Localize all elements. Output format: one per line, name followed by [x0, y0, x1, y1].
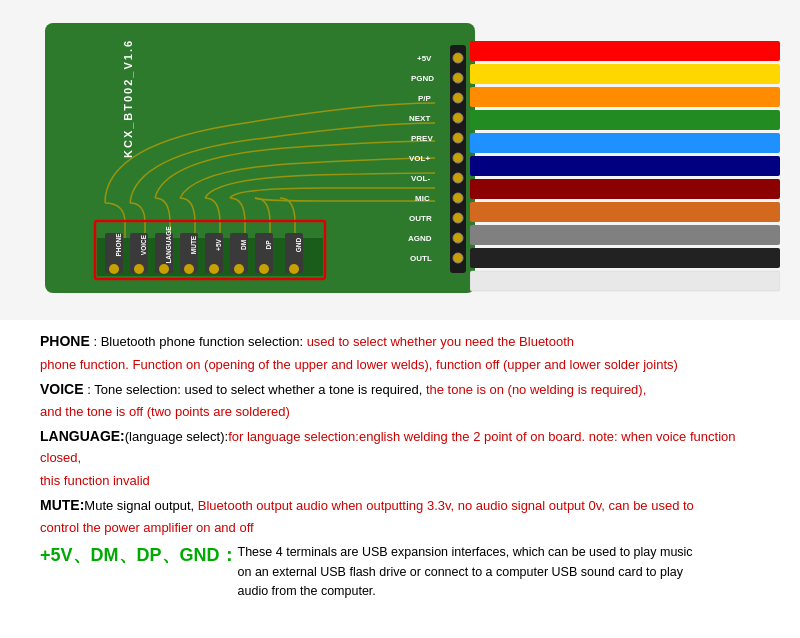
voice-text3: and the tone is off (two points are sold… [40, 404, 290, 419]
svg-rect-52 [470, 64, 780, 84]
svg-rect-53 [470, 87, 780, 107]
svg-point-42 [289, 264, 299, 274]
svg-text:PREV: PREV [411, 134, 433, 143]
svg-text:PGND: PGND [411, 74, 434, 83]
svg-point-4 [453, 73, 463, 83]
pcb-board-svg: KCX_BT002_V1.6 [45, 23, 495, 303]
language-text3: this function invalid [40, 473, 150, 488]
phone-text2: used to select whether you need the Blue… [307, 334, 574, 349]
svg-point-13 [453, 253, 463, 263]
voice-label: VOICE [40, 381, 84, 397]
usb-text2: on an external USB flash drive or connec… [238, 565, 683, 579]
svg-text:DM: DM [240, 239, 247, 249]
svg-rect-51 [470, 41, 780, 61]
svg-rect-54 [470, 110, 780, 130]
phone-label: PHONE [40, 333, 90, 349]
pcb-wrapper: KCX_BT002_V1.6 [20, 13, 780, 308]
svg-text:NEXT: NEXT [409, 114, 430, 123]
svg-text:MIC: MIC [415, 194, 430, 203]
main-container: KCX_BT002_V1.6 [0, 0, 800, 638]
pcb-section: KCX_BT002_V1.6 [0, 0, 800, 320]
svg-text:+5V: +5V [215, 238, 222, 250]
usb-text3: audio from the computer. [238, 584, 376, 598]
phone-description: PHONE : Bluetooth phone function selecti… [40, 330, 760, 353]
language-description-2: this function invalid [40, 471, 760, 492]
svg-text:VOL+: VOL+ [409, 154, 430, 163]
svg-rect-59 [470, 225, 780, 245]
svg-point-3 [453, 53, 463, 63]
mute-description-2: control the power amplifier on and off [40, 518, 760, 539]
svg-text:AGND: AGND [408, 234, 432, 243]
mute-text1: Mute signal output, [84, 498, 197, 513]
phone-description-2: phone function. Function on (opening of … [40, 355, 760, 376]
svg-point-5 [453, 93, 463, 103]
voice-description-2: and the tone is off (two points are sold… [40, 402, 760, 423]
svg-point-11 [453, 213, 463, 223]
svg-text:OUTR: OUTR [409, 214, 432, 223]
svg-text:MUTE: MUTE [190, 235, 197, 254]
mute-description: MUTE:Mute signal output, Bluetooth outpu… [40, 494, 760, 517]
wires-svg [470, 23, 780, 293]
language-description: LANGUAGE:(language select):for language … [40, 425, 760, 469]
mute-text3: control the power amplifier on and off [40, 520, 254, 535]
svg-point-7 [453, 133, 463, 143]
voice-description: VOICE : Tone selection: used to select w… [40, 378, 760, 401]
svg-text:LANGUAGE: LANGUAGE [165, 225, 172, 263]
usb-text1: These 4 terminals are USB expansion inte… [238, 545, 693, 559]
svg-point-9 [453, 173, 463, 183]
mute-text2: Bluetooth output audio when outputting 3… [198, 498, 694, 513]
svg-text:VOICE: VOICE [140, 234, 147, 255]
language-text1: (language select): [125, 429, 228, 444]
svg-text:P/P: P/P [418, 94, 432, 103]
svg-rect-57 [470, 179, 780, 199]
svg-point-8 [453, 153, 463, 163]
svg-rect-55 [470, 133, 780, 153]
svg-point-10 [453, 193, 463, 203]
phone-text1: Bluetooth phone function selection: [101, 334, 307, 349]
svg-point-12 [453, 233, 463, 243]
language-label: LANGUAGE: [40, 428, 125, 444]
svg-rect-58 [470, 202, 780, 222]
voice-colon: : [84, 382, 95, 397]
svg-text:VOL-: VOL- [411, 174, 430, 183]
svg-text:KCX_BT002_V1.6: KCX_BT002_V1.6 [122, 38, 134, 157]
svg-text:PHONE: PHONE [115, 232, 122, 256]
svg-point-37 [159, 264, 169, 274]
svg-text:GND: GND [295, 237, 302, 252]
voice-text1: Tone selection: used to select whether a… [94, 382, 426, 397]
svg-point-40 [234, 264, 244, 274]
usb-label: +5V、DM、DP、GND： [40, 541, 238, 570]
usb-text: These 4 terminals are USB expansion inte… [238, 541, 693, 601]
usb-description: +5V、DM、DP、GND： These 4 terminals are USB… [40, 541, 760, 601]
phone-colon: : [90, 334, 101, 349]
svg-rect-56 [470, 156, 780, 176]
phone-text3: phone function. Function on (opening of … [40, 357, 678, 372]
text-section: PHONE : Bluetooth phone function selecti… [20, 320, 780, 612]
svg-point-39 [209, 264, 219, 274]
svg-point-6 [453, 113, 463, 123]
svg-point-38 [184, 264, 194, 274]
svg-rect-61 [470, 271, 780, 291]
svg-point-41 [259, 264, 269, 274]
svg-text:DP: DP [265, 239, 272, 249]
voice-text2: the tone is on (no welding is required), [426, 382, 646, 397]
svg-point-36 [134, 264, 144, 274]
svg-text:+5V: +5V [417, 54, 432, 63]
svg-point-35 [109, 264, 119, 274]
svg-rect-60 [470, 248, 780, 268]
mute-label: MUTE: [40, 497, 84, 513]
svg-text:OUTL: OUTL [410, 254, 432, 263]
